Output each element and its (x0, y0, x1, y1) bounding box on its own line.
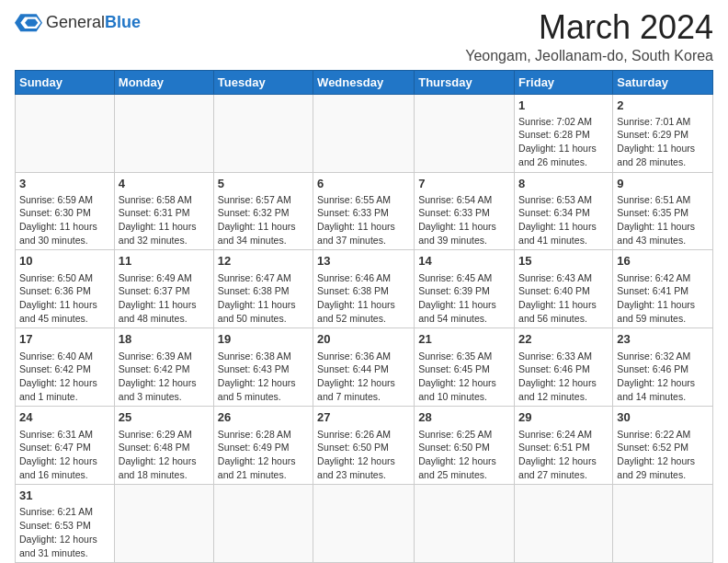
day-info: Sunrise: 6:28 AM Sunset: 6:49 PM Dayligh… (218, 429, 296, 480)
header-sunday: Sunday (16, 70, 115, 94)
day-number: 20 (317, 331, 410, 348)
weekday-header-row: Sunday Monday Tuesday Wednesday Thursday… (16, 70, 713, 94)
header-monday: Monday (114, 70, 213, 94)
day-number: 27 (317, 409, 410, 426)
calendar-day-cell (313, 94, 415, 172)
day-info: Sunrise: 6:51 AM Sunset: 6:35 PM Dayligh… (617, 194, 695, 246)
logo-area: GeneralBlue (15, 9, 141, 35)
header-friday: Friday (515, 70, 613, 94)
day-info: Sunrise: 6:35 AM Sunset: 6:45 PM Dayligh… (418, 350, 496, 402)
calendar-day-cell: 5Sunrise: 6:57 AM Sunset: 6:32 PM Daylig… (213, 172, 313, 250)
day-info: Sunrise: 6:57 AM Sunset: 6:32 PM Dayligh… (218, 194, 296, 246)
calendar-day-cell: 2Sunrise: 7:01 AM Sunset: 6:29 PM Daylig… (613, 94, 713, 172)
title-area: March 2024 Yeongam, Jeollanam-do, South … (465, 9, 713, 64)
calendar-day-cell: 18Sunrise: 6:39 AM Sunset: 6:42 PM Dayli… (114, 328, 213, 407)
day-number: 1 (518, 98, 609, 114)
day-number: 10 (19, 253, 110, 270)
calendar-day-cell: 9Sunrise: 6:51 AM Sunset: 6:35 PM Daylig… (613, 172, 713, 250)
header-thursday: Thursday (415, 70, 515, 94)
calendar-day-cell (114, 485, 213, 563)
calendar-day-cell: 7Sunrise: 6:54 AM Sunset: 6:33 PM Daylig… (415, 172, 515, 250)
calendar-day-cell (613, 485, 713, 563)
day-info: Sunrise: 6:24 AM Sunset: 6:51 PM Dayligh… (518, 429, 597, 480)
calendar-day-cell (515, 485, 613, 563)
day-number: 11 (119, 253, 210, 270)
day-number: 24 (19, 409, 110, 426)
day-info: Sunrise: 7:01 AM Sunset: 6:29 PM Dayligh… (617, 116, 695, 167)
calendar-day-cell: 3Sunrise: 6:59 AM Sunset: 6:30 PM Daylig… (16, 172, 115, 250)
day-info: Sunrise: 6:59 AM Sunset: 6:30 PM Dayligh… (19, 194, 97, 246)
calendar-day-cell (415, 94, 515, 172)
day-number: 31 (19, 488, 110, 504)
calendar-day-cell: 26Sunrise: 6:28 AM Sunset: 6:49 PM Dayli… (213, 407, 313, 485)
day-info: Sunrise: 6:33 AM Sunset: 6:46 PM Dayligh… (518, 350, 597, 402)
day-number: 2 (617, 98, 709, 114)
header-wednesday: Wednesday (313, 70, 415, 94)
day-info: Sunrise: 6:32 AM Sunset: 6:46 PM Dayligh… (617, 350, 695, 402)
calendar-day-cell: 29Sunrise: 6:24 AM Sunset: 6:51 PM Dayli… (515, 407, 613, 485)
calendar-day-cell: 21Sunrise: 6:35 AM Sunset: 6:45 PM Dayli… (415, 328, 515, 407)
day-number: 13 (317, 253, 410, 270)
calendar-table: Sunday Monday Tuesday Wednesday Thursday… (15, 70, 713, 563)
calendar-day-cell: 27Sunrise: 6:26 AM Sunset: 6:50 PM Dayli… (313, 407, 415, 485)
calendar-day-cell: 11Sunrise: 6:49 AM Sunset: 6:37 PM Dayli… (114, 250, 213, 328)
calendar-day-cell: 10Sunrise: 6:50 AM Sunset: 6:36 PM Dayli… (16, 250, 115, 328)
calendar-day-cell (114, 94, 213, 172)
day-info: Sunrise: 6:50 AM Sunset: 6:36 PM Dayligh… (19, 272, 97, 324)
calendar-week-row: 1Sunrise: 7:02 AM Sunset: 6:28 PM Daylig… (16, 94, 713, 172)
day-info: Sunrise: 6:46 AM Sunset: 6:38 PM Dayligh… (317, 272, 395, 324)
calendar-day-cell: 6Sunrise: 6:55 AM Sunset: 6:33 PM Daylig… (313, 172, 415, 250)
day-info: Sunrise: 6:40 AM Sunset: 6:42 PM Dayligh… (19, 350, 97, 402)
day-number: 30 (617, 409, 709, 426)
day-info: Sunrise: 6:53 AM Sunset: 6:34 PM Dayligh… (518, 194, 597, 246)
day-number: 15 (518, 253, 609, 270)
calendar-day-cell: 4Sunrise: 6:58 AM Sunset: 6:31 PM Daylig… (114, 172, 213, 250)
calendar-day-cell: 31Sunrise: 6:21 AM Sunset: 6:53 PM Dayli… (16, 485, 115, 563)
day-number: 17 (19, 331, 110, 348)
day-number: 9 (617, 176, 709, 192)
day-info: Sunrise: 6:55 AM Sunset: 6:33 PM Dayligh… (317, 194, 395, 246)
generalblue-logo-icon (15, 9, 42, 35)
calendar-day-cell: 13Sunrise: 6:46 AM Sunset: 6:38 PM Dayli… (313, 250, 415, 328)
day-number: 3 (19, 176, 110, 192)
day-info: Sunrise: 6:43 AM Sunset: 6:40 PM Dayligh… (518, 272, 597, 324)
calendar-day-cell: 22Sunrise: 6:33 AM Sunset: 6:46 PM Dayli… (515, 328, 613, 407)
day-number: 22 (518, 331, 609, 348)
calendar-day-cell (415, 485, 515, 563)
day-number: 14 (418, 253, 510, 270)
calendar-day-cell: 24Sunrise: 6:31 AM Sunset: 6:47 PM Dayli… (16, 407, 115, 485)
day-number: 12 (218, 253, 309, 270)
day-number: 4 (119, 176, 210, 192)
day-info: Sunrise: 6:31 AM Sunset: 6:47 PM Dayligh… (19, 429, 97, 480)
day-number: 16 (617, 253, 709, 270)
day-info: Sunrise: 6:58 AM Sunset: 6:31 PM Dayligh… (119, 194, 197, 246)
calendar-day-cell: 8Sunrise: 6:53 AM Sunset: 6:34 PM Daylig… (515, 172, 613, 250)
day-info: Sunrise: 6:39 AM Sunset: 6:42 PM Dayligh… (119, 350, 197, 402)
day-info: Sunrise: 6:42 AM Sunset: 6:41 PM Dayligh… (617, 272, 695, 324)
calendar-day-cell: 14Sunrise: 6:45 AM Sunset: 6:39 PM Dayli… (415, 250, 515, 328)
day-number: 5 (218, 176, 309, 192)
day-info: Sunrise: 6:47 AM Sunset: 6:38 PM Dayligh… (218, 272, 296, 324)
calendar-day-cell (213, 485, 313, 563)
calendar-day-cell: 30Sunrise: 6:22 AM Sunset: 6:52 PM Dayli… (613, 407, 713, 485)
day-info: Sunrise: 6:26 AM Sunset: 6:50 PM Dayligh… (317, 429, 395, 480)
day-number: 6 (317, 176, 410, 192)
day-number: 26 (218, 409, 309, 426)
calendar-week-row: 10Sunrise: 6:50 AM Sunset: 6:36 PM Dayli… (16, 250, 713, 328)
calendar-week-row: 24Sunrise: 6:31 AM Sunset: 6:47 PM Dayli… (16, 407, 713, 485)
day-info: Sunrise: 7:02 AM Sunset: 6:28 PM Dayligh… (518, 116, 597, 167)
header-tuesday: Tuesday (213, 70, 313, 94)
day-info: Sunrise: 6:45 AM Sunset: 6:39 PM Dayligh… (418, 272, 496, 324)
day-number: 29 (518, 409, 609, 426)
day-number: 8 (518, 176, 609, 192)
calendar-week-row: 3Sunrise: 6:59 AM Sunset: 6:30 PM Daylig… (16, 172, 713, 250)
calendar-day-cell: 17Sunrise: 6:40 AM Sunset: 6:42 PM Dayli… (16, 328, 115, 407)
day-number: 21 (418, 331, 510, 348)
day-info: Sunrise: 6:25 AM Sunset: 6:50 PM Dayligh… (418, 429, 496, 480)
day-number: 25 (119, 409, 210, 426)
calendar-day-cell: 28Sunrise: 6:25 AM Sunset: 6:50 PM Dayli… (415, 407, 515, 485)
calendar-week-row: 31Sunrise: 6:21 AM Sunset: 6:53 PM Dayli… (16, 485, 713, 563)
day-number: 7 (418, 176, 510, 192)
day-number: 28 (418, 409, 510, 426)
calendar-week-row: 17Sunrise: 6:40 AM Sunset: 6:42 PM Dayli… (16, 328, 713, 407)
